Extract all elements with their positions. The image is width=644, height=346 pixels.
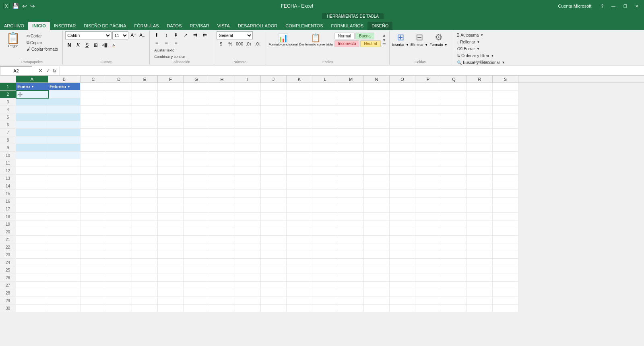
cell-A15[interactable] bbox=[16, 190, 48, 198]
cell-K11[interactable] bbox=[287, 159, 312, 167]
cell-R28[interactable] bbox=[467, 289, 493, 297]
cell-I3[interactable] bbox=[235, 98, 261, 106]
cell-J10[interactable] bbox=[261, 152, 287, 159]
cell-I8[interactable] bbox=[235, 136, 261, 144]
cell-A16[interactable] bbox=[16, 198, 48, 205]
cell-p1[interactable] bbox=[415, 83, 441, 91]
row-num-9[interactable]: 9 bbox=[0, 144, 16, 152]
cell-C6[interactable] bbox=[80, 121, 106, 129]
cell-I26[interactable] bbox=[235, 274, 261, 282]
cell-F28[interactable] bbox=[158, 289, 184, 297]
cell-K26[interactable] bbox=[287, 274, 312, 282]
row-num-10[interactable]: 10 bbox=[0, 152, 16, 159]
cell-S29[interactable] bbox=[493, 297, 518, 305]
cell-E13[interactable] bbox=[132, 175, 158, 182]
cell-n1[interactable] bbox=[364, 83, 390, 91]
cell-B21[interactable] bbox=[48, 236, 80, 243]
cell-Q14[interactable] bbox=[441, 182, 467, 190]
cell-D16[interactable] bbox=[106, 198, 132, 205]
autosuma-dropdown[interactable]: ▼ bbox=[480, 33, 483, 37]
border-btn[interactable]: ⊞ bbox=[92, 41, 100, 49]
cell-f1[interactable] bbox=[158, 83, 184, 91]
cell-O3[interactable] bbox=[390, 98, 415, 106]
cell-H7[interactable] bbox=[209, 129, 235, 136]
col-header-h[interactable]: H bbox=[209, 76, 235, 82]
col-header-n[interactable]: N bbox=[364, 76, 390, 82]
align-right-btn[interactable]: ≡ bbox=[171, 39, 180, 47]
cell-R21[interactable] bbox=[467, 236, 493, 243]
cell-C27[interactable] bbox=[80, 282, 106, 289]
cell-Q17[interactable] bbox=[441, 205, 467, 213]
minimize-btn[interactable]: — bbox=[609, 3, 618, 9]
cell-S15[interactable] bbox=[493, 190, 518, 198]
cancel-formula-btn[interactable]: ✕ bbox=[37, 68, 43, 74]
cell-P5[interactable] bbox=[415, 113, 441, 121]
cell-R27[interactable] bbox=[467, 282, 493, 289]
percent-btn[interactable]: % bbox=[226, 40, 235, 47]
ordenar-dropdown[interactable]: ▼ bbox=[491, 54, 494, 58]
cell-J14[interactable] bbox=[261, 182, 287, 190]
cell-P15[interactable] bbox=[415, 190, 441, 198]
herramientas-tabla-context[interactable]: HERRAMIENTAS DE TABLA bbox=[322, 13, 384, 19]
cell-L24[interactable] bbox=[312, 259, 338, 266]
cell-P27[interactable] bbox=[415, 282, 441, 289]
insertar-celda-btn[interactable]: ⊞ Insertar ▼ bbox=[392, 32, 409, 47]
insertar-dropdown-arrow[interactable]: ▼ bbox=[406, 43, 409, 47]
cell-D7[interactable] bbox=[106, 129, 132, 136]
font-name-select[interactable]: Calibri bbox=[65, 31, 111, 39]
cell-Q3[interactable] bbox=[441, 98, 467, 106]
cell-P23[interactable] bbox=[415, 251, 441, 259]
cell-C24[interactable] bbox=[80, 259, 106, 266]
cell-A20[interactable] bbox=[16, 228, 48, 236]
cell-H29[interactable] bbox=[209, 297, 235, 305]
cell-M25[interactable] bbox=[338, 266, 364, 274]
cell-M27[interactable] bbox=[338, 282, 364, 289]
cell-D27[interactable] bbox=[106, 282, 132, 289]
cell-F29[interactable] bbox=[158, 297, 184, 305]
cell-C3[interactable] bbox=[80, 98, 106, 106]
col-header-s[interactable]: S bbox=[493, 76, 518, 82]
cell-O6[interactable] bbox=[390, 121, 415, 129]
row-num-27[interactable]: 27 bbox=[0, 282, 16, 289]
cell-G21[interactable] bbox=[184, 236, 209, 243]
cell-c2[interactable] bbox=[80, 91, 106, 98]
cell-H12[interactable] bbox=[209, 167, 235, 175]
comma-btn[interactable]: 000 bbox=[235, 40, 244, 47]
cell-P6[interactable] bbox=[415, 121, 441, 129]
col-header-e[interactable]: E bbox=[132, 76, 158, 82]
cell-O10[interactable] bbox=[390, 152, 415, 159]
cell-i2[interactable] bbox=[235, 91, 261, 98]
cell-I4[interactable] bbox=[235, 106, 261, 113]
cell-I28[interactable] bbox=[235, 289, 261, 297]
cell-M21[interactable] bbox=[338, 236, 364, 243]
cell-J19[interactable] bbox=[261, 220, 287, 228]
cell-B28[interactable] bbox=[48, 289, 80, 297]
cell-F22[interactable] bbox=[158, 243, 184, 251]
cell-F20[interactable] bbox=[158, 228, 184, 236]
decrease-font-btn[interactable]: A↓ bbox=[138, 31, 146, 39]
row-num-26[interactable]: 26 bbox=[0, 274, 16, 282]
cell-D20[interactable] bbox=[106, 228, 132, 236]
cell-L18[interactable] bbox=[312, 213, 338, 220]
cell-o1[interactable] bbox=[390, 83, 415, 91]
cell-M17[interactable] bbox=[338, 205, 364, 213]
cell-R24[interactable] bbox=[467, 259, 493, 266]
cell-Q5[interactable] bbox=[441, 113, 467, 121]
cell-L20[interactable] bbox=[312, 228, 338, 236]
cell-P30[interactable] bbox=[415, 305, 441, 312]
cell-H27[interactable] bbox=[209, 282, 235, 289]
cell-C25[interactable] bbox=[80, 266, 106, 274]
cell-A24[interactable] bbox=[16, 259, 48, 266]
cell-F26[interactable] bbox=[158, 274, 184, 282]
borrar-btn[interactable]: ⌫ Borrar ▼ bbox=[454, 46, 508, 52]
cell-C15[interactable] bbox=[80, 190, 106, 198]
cell-C20[interactable] bbox=[80, 228, 106, 236]
align-bottom-btn[interactable]: ⬇ bbox=[171, 31, 180, 39]
cell-O9[interactable] bbox=[390, 144, 415, 152]
cell-S3[interactable] bbox=[493, 98, 518, 106]
cell-L25[interactable] bbox=[312, 266, 338, 274]
cell-J20[interactable] bbox=[261, 228, 287, 236]
cell-C18[interactable] bbox=[80, 213, 106, 220]
tab-formulas[interactable]: FÓRMULAS bbox=[130, 22, 163, 30]
cell-K3[interactable] bbox=[287, 98, 312, 106]
